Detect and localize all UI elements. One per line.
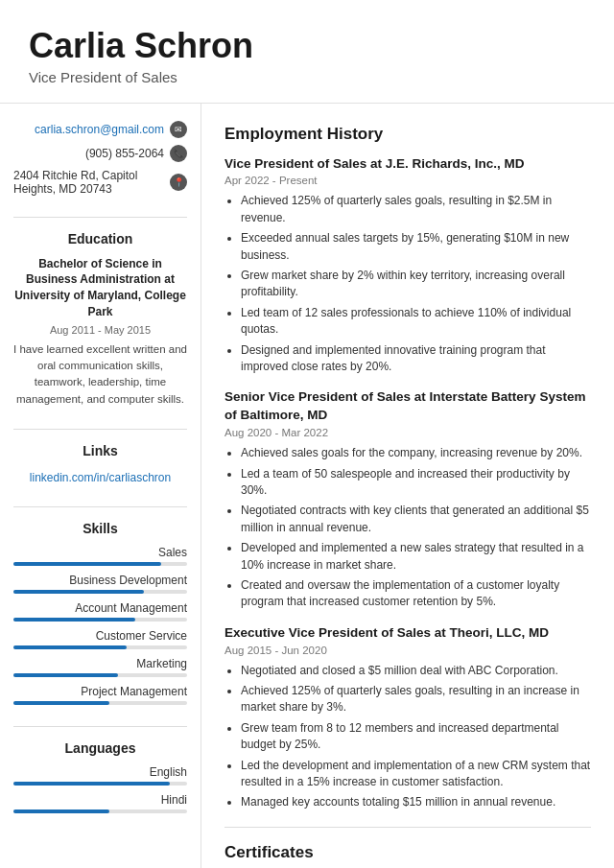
- skill-item: Sales: [13, 546, 187, 566]
- skill-item: Marketing: [13, 657, 187, 677]
- job-bullet: Developed and implemented a new sales st…: [241, 540, 591, 574]
- skill-bar-fill: [13, 618, 135, 622]
- skills-list: Sales Business Development Account Manag…: [13, 546, 187, 705]
- links-section-title: Links: [13, 443, 187, 458]
- education-degree: Bachelor of Science in Business Administ…: [13, 256, 187, 320]
- job-title: Senior Vice President of Sales at Inters…: [224, 388, 591, 425]
- divider-4: [13, 726, 187, 727]
- job-bullet: Designed and implemented innovative trai…: [241, 342, 591, 376]
- skill-bar-fill: [13, 645, 127, 649]
- skill-bar-bg: [13, 590, 187, 594]
- job-bullet: Led a team of 50 salespeople and increas…: [241, 466, 591, 500]
- main-content: Employment History Vice President of Sal…: [201, 104, 614, 868]
- job-bullet: Led the development and implementation o…: [241, 758, 591, 791]
- job-bullet: Grew team from 8 to 12 members and incre…: [241, 720, 591, 754]
- resume-container: Carlia Schron Vice President of Sales ca…: [0, 0, 614, 868]
- header-section: Carlia Schron Vice President of Sales: [0, 0, 614, 104]
- job-bullet: Achieved 125% of quarterly sales goals, …: [241, 193, 591, 226]
- contact-phone: (905) 855-2064 📞: [13, 145, 187, 162]
- skill-label: Marketing: [13, 657, 187, 670]
- phone-text: (905) 855-2064: [85, 147, 164, 160]
- skills-section: Skills Sales Business Development Accoun…: [13, 521, 187, 705]
- divider-1: [13, 217, 187, 218]
- skill-bar-bg: [13, 618, 187, 622]
- address-text: 2404 Ritchie Rd, Capitol Heights, MD 207…: [13, 169, 164, 196]
- skill-label: Account Management: [13, 601, 187, 615]
- job-entry: Executive Vice President of Sales at The…: [224, 624, 591, 811]
- job-title: Executive Vice President of Sales at The…: [224, 624, 591, 643]
- languages-list: English Hindi: [13, 765, 187, 813]
- skill-bar-fill: [13, 701, 109, 705]
- job-bullet: Negotiated and closed a $5 million deal …: [241, 663, 591, 679]
- skill-bar-fill: [13, 590, 144, 594]
- skill-bar-bg: [13, 673, 187, 677]
- language-item: Hindi: [13, 793, 187, 813]
- languages-section: Languages English Hindi: [13, 740, 187, 813]
- job-bullets: Negotiated and closed a $5 million deal …: [241, 663, 591, 811]
- links-content: linkedin.com/in/carliaschron: [13, 468, 187, 485]
- contact-address: 2404 Ritchie Rd, Capitol Heights, MD 207…: [13, 169, 187, 196]
- language-label: English: [13, 765, 187, 779]
- sidebar: carlia.schron@gmail.com ✉ (905) 855-2064…: [0, 104, 201, 868]
- education-section: Education Bachelor of Science in Busines…: [13, 231, 187, 408]
- skill-label: Customer Service: [13, 629, 187, 643]
- job-dates: Aug 2015 - Jun 2020: [224, 645, 591, 656]
- job-dates: Aug 2020 - Mar 2022: [224, 427, 591, 438]
- certificates-section-title: Certificates: [224, 843, 591, 862]
- divider-2: [13, 429, 187, 430]
- skill-bar-fill: [13, 562, 161, 566]
- job-bullet: Managed key accounts totaling $15 millio…: [241, 794, 591, 810]
- jobs-container: Vice President of Sales at J.E. Richards…: [224, 155, 591, 811]
- job-bullet: Led team of 12 sales professionals to ac…: [241, 305, 591, 339]
- job-title: Vice President of Sales at J.E. Richards…: [224, 155, 591, 174]
- skill-item: Customer Service: [13, 629, 187, 649]
- education-section-title: Education: [13, 231, 187, 246]
- email-link[interactable]: carlia.schron@gmail.com: [35, 123, 164, 136]
- email-icon: ✉: [170, 121, 187, 138]
- job-bullets: Achieved 125% of quarterly sales goals, …: [241, 193, 591, 375]
- lang-bar-fill: [13, 809, 109, 813]
- job-dates: Apr 2022 - Present: [224, 175, 591, 186]
- contact-section: carlia.schron@gmail.com ✉ (905) 855-2064…: [13, 121, 187, 196]
- job-entry: Vice President of Sales at J.E. Richards…: [224, 155, 591, 376]
- body-row: carlia.schron@gmail.com ✉ (905) 855-2064…: [0, 104, 614, 868]
- job-bullet: Achieved sales goals for the company, in…: [241, 445, 591, 461]
- language-label: Hindi: [13, 793, 187, 807]
- job-bullet: Exceeded annual sales targets by 15%, ge…: [241, 230, 591, 264]
- skill-bar-bg: [13, 645, 187, 649]
- location-icon: 📍: [170, 174, 187, 191]
- candidate-name: Carlia Schron: [29, 27, 585, 65]
- education-dates: Aug 2011 - May 2015: [13, 324, 187, 336]
- education-description: I have learned excellent written and ora…: [13, 341, 187, 408]
- employment-section-title: Employment History: [224, 125, 591, 144]
- job-bullet: Created and oversaw the implementation o…: [241, 577, 591, 611]
- skill-item: Business Development: [13, 574, 187, 594]
- section-divider-certs: [224, 827, 591, 828]
- skills-section-title: Skills: [13, 521, 187, 536]
- job-bullet: Negotiated contracts with key clients th…: [241, 503, 591, 536]
- skill-item: Project Management: [13, 685, 187, 705]
- phone-icon: 📞: [170, 145, 187, 162]
- skill-bar-bg: [13, 562, 187, 566]
- lang-bar-fill: [13, 782, 170, 786]
- skill-label: Project Management: [13, 685, 187, 698]
- languages-section-title: Languages: [13, 740, 187, 756]
- lang-bar-bg: [13, 809, 187, 813]
- skill-label: Sales: [13, 546, 187, 559]
- candidate-title: Vice President of Sales: [29, 69, 585, 85]
- job-bullets: Achieved sales goals for the company, in…: [241, 445, 591, 611]
- job-bullet: Achieved 125% of quarterly sales goals, …: [241, 683, 591, 716]
- skill-label: Business Development: [13, 574, 187, 587]
- contact-email: carlia.schron@gmail.com ✉: [13, 121, 187, 138]
- skill-bar-bg: [13, 701, 187, 705]
- language-item: English: [13, 765, 187, 786]
- education-content: Bachelor of Science in Business Administ…: [13, 256, 187, 408]
- skill-bar-fill: [13, 673, 118, 677]
- lang-bar-bg: [13, 782, 187, 786]
- job-entry: Senior Vice President of Sales at Inters…: [224, 388, 591, 610]
- job-bullet: Grew market share by 2% within key terri…: [241, 268, 591, 301]
- linkedin-link[interactable]: linkedin.com/in/carliaschron: [30, 471, 171, 484]
- skill-item: Account Management: [13, 601, 187, 622]
- links-section: Links linkedin.com/in/carliaschron: [13, 443, 187, 485]
- divider-3: [13, 506, 187, 507]
